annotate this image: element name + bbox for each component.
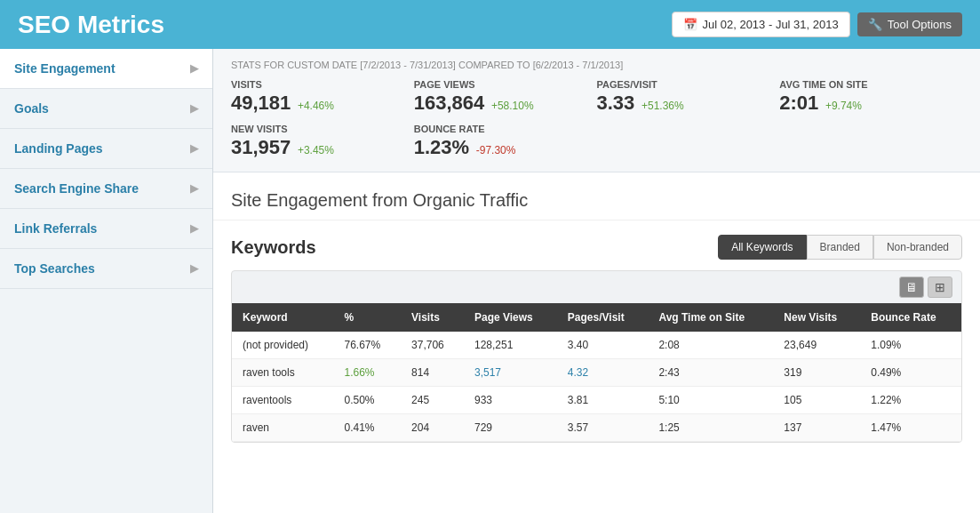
col-new-visits: New Visits: [773, 303, 860, 332]
keyword-tabs: All Keywords Branded Non-branded: [718, 235, 962, 260]
monitor-icon: 🖥: [905, 280, 918, 294]
sidebar-label-goals: Goals: [14, 101, 49, 116]
table-cell: 0.41%: [334, 414, 402, 442]
sidebar-label-landing-pages: Landing Pages: [14, 141, 103, 156]
sidebar-label-search-engine-share: Search Engine Share: [14, 181, 139, 196]
keywords-section: Keywords All Keywords Branded Non-brande…: [213, 220, 980, 443]
stat-bounce-rate: BOUNCE RATE 1.23% -97.30%: [414, 124, 597, 159]
pages-visit-change: +51.36%: [641, 100, 684, 112]
visits-change: +4.46%: [298, 100, 334, 112]
table-cell: 1.09%: [860, 332, 961, 359]
visits-value-row: 49,181 +4.46%: [231, 92, 414, 115]
page-views-value: 163,864: [414, 92, 485, 114]
keywords-header: Keywords All Keywords Branded Non-brande…: [231, 235, 962, 260]
pages-visit-value: 3.33: [597, 92, 635, 114]
visits-value: 49,181: [231, 92, 291, 114]
table-cell: 23,649: [773, 332, 860, 359]
col-bounce: Bounce Rate: [860, 303, 961, 332]
monitor-view-button[interactable]: 🖥: [899, 277, 924, 298]
col-page-views: Page Views: [464, 303, 557, 332]
table-cell: 128,251: [464, 332, 557, 359]
sidebar-label-top-searches: Top Searches: [14, 261, 95, 276]
header-controls: 📅 Jul 02, 2013 - Jul 31, 2013 🔧 Tool Opt…: [672, 12, 963, 37]
sidebar-label-link-referrals: Link Referrals: [14, 221, 97, 236]
tab-non-branded[interactable]: Non-branded: [873, 235, 962, 260]
avg-time-label: AVG TIME ON SITE: [779, 79, 962, 90]
stats-bar: STATS FOR CUSTOM DATE [7/2/2013 - 7/31/2…: [213, 49, 980, 172]
chevron-right-icon: [190, 222, 198, 235]
page-views-value-row: 163,864 +58.10%: [414, 92, 597, 115]
sidebar: Site Engagement Goals Landing Pages Sear…: [0, 49, 213, 513]
keywords-title: Keywords: [231, 237, 316, 258]
table-row: (not provided)76.67%37,706128,2513.402:0…: [232, 332, 961, 359]
sidebar-item-goals[interactable]: Goals: [0, 89, 212, 129]
calendar-icon: 📅: [683, 18, 697, 31]
page-views-change: +58.10%: [491, 100, 534, 112]
table-cell: 1.22%: [860, 387, 961, 414]
wrench-icon: 🔧: [868, 18, 882, 31]
grid-view-button[interactable]: ⊞: [928, 277, 952, 298]
col-pages-visit: Pages/Visit: [557, 303, 649, 332]
grid-icon: ⊞: [935, 280, 945, 294]
table-cell: 105: [773, 387, 860, 414]
table-cell: 3.57: [557, 414, 649, 442]
table-header-row: Keyword % Visits Page Views Pages/Visit …: [232, 303, 961, 332]
header: SEO Metrics 📅 Jul 02, 2013 - Jul 31, 201…: [0, 0, 980, 49]
table-cell: raventools: [232, 387, 334, 414]
col-avg-time: Avg Time on Site: [648, 303, 773, 332]
bounce-label: BOUNCE RATE: [414, 124, 597, 134]
tab-all-keywords[interactable]: All Keywords: [718, 235, 806, 260]
sidebar-item-landing-pages[interactable]: Landing Pages: [0, 129, 212, 169]
table-row: raven0.41%2047293.571:251371.47%: [232, 414, 961, 442]
table-cell: 76.67%: [334, 332, 402, 359]
table-cell: 1.66%: [334, 359, 402, 387]
table-cell: 3.40: [557, 332, 649, 359]
pages-visit-value-row: 3.33 +51.36%: [597, 92, 780, 115]
stat-avg-time: AVG TIME ON SITE 2:01 +9.74%: [779, 79, 962, 115]
sidebar-item-site-engagement[interactable]: Site Engagement: [0, 49, 212, 89]
chevron-right-icon: [190, 182, 198, 195]
avg-time-value: 2:01: [779, 92, 818, 114]
table-cell: 3,517: [464, 359, 557, 387]
sidebar-label-site-engagement: Site Engagement: [14, 61, 116, 76]
tool-options-label: Tool Options: [888, 18, 952, 31]
table-row: raven tools1.66%8143,5174.322:433190.49%: [232, 359, 961, 387]
sidebar-item-search-engine-share[interactable]: Search Engine Share: [0, 169, 212, 209]
table-cell: 37,706: [401, 332, 464, 359]
sidebar-item-link-referrals[interactable]: Link Referrals: [0, 209, 212, 249]
main-layout: Site Engagement Goals Landing Pages Sear…: [0, 49, 980, 513]
col-pct: %: [334, 303, 402, 332]
table-cell: 729: [464, 414, 557, 442]
table-cell: (not provided): [232, 332, 334, 359]
sidebar-item-top-searches[interactable]: Top Searches: [0, 249, 212, 289]
col-visits: Visits: [401, 303, 464, 332]
visits-label: VISITS: [231, 79, 414, 90]
bounce-value-row: 1.23% -97.30%: [414, 136, 597, 159]
col-keyword: Keyword: [232, 303, 334, 332]
table-cell: raven: [232, 414, 334, 442]
date-range-label: Jul 02, 2013 - Jul 31, 2013: [703, 18, 839, 31]
table-cell: 4.32: [557, 359, 649, 387]
table-toolbar: 🖥 ⊞: [232, 271, 961, 303]
keywords-table-container: 🖥 ⊞ Keyword % Visits Page Views Pages/Vi…: [231, 270, 962, 443]
table-cell: 245: [401, 387, 464, 414]
stat-new-visits: NEW VISITS 31,957 +3.45%: [231, 124, 414, 159]
keywords-table: Keyword % Visits Page Views Pages/Visit …: [232, 303, 961, 442]
table-cell: 137: [773, 414, 860, 442]
table-cell: 0.50%: [334, 387, 402, 414]
new-visits-label: NEW VISITS: [231, 124, 414, 134]
chevron-right-icon: [190, 62, 198, 75]
tab-branded[interactable]: Branded: [807, 235, 873, 260]
tool-options-button[interactable]: 🔧 Tool Options: [857, 12, 962, 36]
table-cell: 2:08: [648, 332, 773, 359]
date-range-button[interactable]: 📅 Jul 02, 2013 - Jul 31, 2013: [672, 12, 850, 37]
table-cell: 5:10: [648, 387, 773, 414]
stats-date-label: STATS FOR CUSTOM DATE [7/2/2013 - 7/31/2…: [231, 60, 962, 70]
section-title: Site Engagement from Organic Traffic: [213, 172, 980, 220]
table-cell: 933: [464, 387, 557, 414]
stat-page-views: PAGE VIEWS 163,864 +58.10%: [414, 79, 597, 115]
table-cell: 814: [401, 359, 464, 387]
stat-pages-visit: PAGES/VISIT 3.33 +51.36%: [597, 79, 780, 115]
chevron-right-icon: [190, 262, 198, 275]
table-cell: raven tools: [232, 359, 334, 387]
